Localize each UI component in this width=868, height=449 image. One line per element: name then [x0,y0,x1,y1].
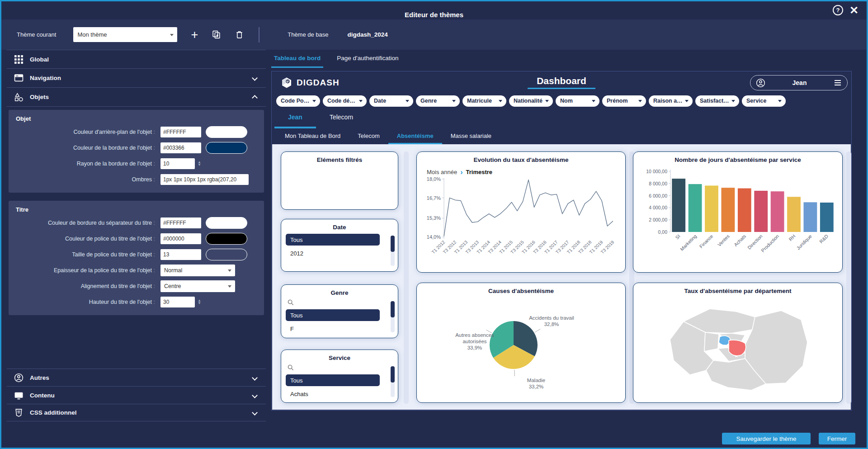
sidebar-item-contenu[interactable]: Contenu [7,386,266,404]
scrollbar-thumb[interactable] [391,301,395,317]
object-border-color-swatch[interactable] [206,142,247,154]
object-bg-color-input[interactable] [160,127,201,137]
filter-pill-label: Matricule [467,98,492,104]
sidebar-item-label: CSS additionnel [30,409,77,416]
number-stepper[interactable]: ▲▼ [198,299,201,305]
scrollbar-track[interactable] [391,301,395,332]
svg-text:32,8%: 32,8% [544,321,559,327]
scrollbar-track[interactable] [391,366,395,397]
filter-pill-label: Prénom [607,98,628,104]
list-item[interactable]: 2012 [290,250,398,257]
search-input[interactable] [288,299,398,306]
sidebar-item-css[interactable]: CSS additionnel [7,404,266,421]
grid-icon [14,55,24,64]
title-height-input[interactable] [160,297,195,307]
duplicate-theme-button[interactable] [212,30,221,39]
help-icon[interactable]: ? [833,5,843,15]
scrollbar-thumb[interactable] [391,366,395,383]
chevron-down-icon [778,100,782,102]
svg-text:R&D: R&D [818,233,829,244]
object-settings-panel: Objet Couleur d'arrière-plan de l'objet … [9,110,264,193]
delete-theme-button[interactable] [235,30,244,39]
drill-breadcrumb[interactable]: Mois année › Trimestre [427,169,625,175]
dashboard-filter-pill[interactable]: Code Postal [276,95,320,107]
preview-page-tab[interactable]: Absentéisme [388,128,442,144]
sidebar-item-objets[interactable]: Objets [7,88,266,107]
title-alignment-select[interactable]: Centre [160,280,235,292]
dashboard-filter-pill[interactable]: Satisfaction [695,95,739,107]
chart-title: Nombre de jours d'absentéisme par servic… [633,156,842,163]
chevron-down-icon [499,100,502,102]
object-border-color-input[interactable] [160,142,201,153]
preview-role-tab[interactable]: Jean [274,108,316,128]
svg-text:Ventes: Ventes [717,233,731,247]
chevron-down-icon [359,100,363,102]
svg-text:Juridique: Juridique [795,233,813,251]
number-stepper[interactable]: ▲▼ [198,161,201,166]
list-item[interactable]: Achats [290,391,398,397]
sidebar-item-autres[interactable]: Autres [7,369,266,386]
breadcrumb-current: Trimestre [466,169,493,175]
title-font-color-input[interactable] [160,233,201,244]
digdash-logo: DIGDASH [281,77,340,89]
sidebar-item-navigation[interactable]: Navigation [7,69,266,88]
dashboard-filter-pill[interactable]: Prénom [602,95,646,107]
preview-page-tab[interactable]: Telecom [349,128,388,144]
user-menu[interactable]: Jean [750,75,848,90]
css-shield-icon [14,408,24,417]
breadcrumb-parent[interactable]: Mois année [427,169,457,175]
dashboard-filter-pill[interactable]: Nationalité [509,95,553,107]
dashboard-filter-pill[interactable]: Code dép... [323,95,367,107]
title-font-weight-select[interactable]: Normal [160,265,235,276]
add-theme-button[interactable]: + [191,29,198,40]
dashboard-filter-pill[interactable]: Nom [556,95,599,107]
choropleth-map [647,295,828,396]
list-item-selected[interactable]: Tous [286,374,380,386]
scrollbar-track[interactable] [391,236,395,266]
chevron-down-icon [228,285,231,288]
preview-role-tab[interactable]: Telecom [316,108,367,128]
scrollbar-thumb[interactable] [391,236,395,252]
scrollbar-track[interactable] [846,151,851,404]
svg-text:Marketing: Marketing [679,233,698,252]
svg-text:33,9%: 33,9% [467,345,482,350]
base-theme-label: Thème de base [288,31,328,38]
preview-page-tab[interactable]: Mon Tableau de Bord [276,128,349,144]
object-bg-color-swatch[interactable] [206,126,247,138]
widget-elements-filtres: Eléments filtrés [281,151,398,210]
sidebar-item-global[interactable]: Global [7,50,266,69]
list-item-selected[interactable]: Tous [286,309,380,321]
svg-text:autorisées: autorisées [462,339,486,344]
chevron-down-icon [545,100,549,102]
title-font-size-input[interactable] [160,249,201,260]
object-shadow-input[interactable] [160,174,249,185]
title-separator-border-color-input[interactable] [160,217,201,228]
list-item-selected[interactable]: Tous [286,234,380,246]
dashboard-filter-pill[interactable]: Raison ab... [649,95,693,107]
object-border-radius-input[interactable] [160,158,195,169]
widget-genre-filter: Genre Tous F [281,284,398,338]
tab-page-authentification[interactable]: Page d'authentification [334,50,401,68]
logo-text: DIGDASH [297,78,340,88]
line-chart: 14,0%15,3%16,7%18,0%T1 2012T3 2012T1 201… [420,175,618,265]
filter-pill-label: Nom [560,98,573,104]
dashboard-filter-pill[interactable]: Genre [416,95,460,107]
role-tabs: JeanTelecom [272,108,851,128]
title-font-color-swatch[interactable] [206,233,247,245]
tab-tableau-de-bord[interactable]: Tableau de bord [271,50,323,68]
dashboard-content: Eléments filtrés Date Tous 2012 Genre To… [272,144,851,410]
dashboard-filter-pill[interactable]: Service [742,95,786,107]
title-separator-border-color-swatch[interactable] [206,217,247,229]
current-theme-select[interactable]: Mon thème [73,27,177,42]
save-theme-button[interactable]: Sauvegarder le thème [722,433,811,444]
chevron-down-icon [228,269,231,272]
list-item[interactable]: F [290,326,398,332]
search-input[interactable] [288,364,398,371]
close-icon[interactable]: ✕ [849,5,859,15]
scrollbar-track[interactable] [404,151,409,404]
close-button[interactable]: Fermer [819,433,855,444]
preview-page-tab[interactable]: Masse salariale [442,128,500,144]
dashboard-filter-pill[interactable]: Date [369,95,413,107]
title-font-size-swatch[interactable] [206,249,247,260]
dashboard-filter-pill[interactable]: Matricule [462,95,506,107]
